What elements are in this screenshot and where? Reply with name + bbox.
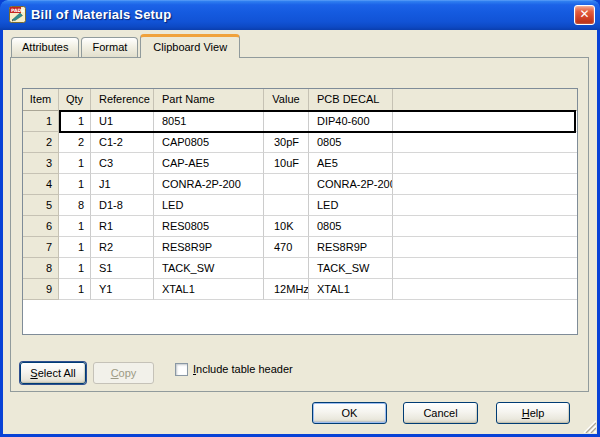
table-cell[interactable] [393,153,577,174]
table-cell[interactable]: 8051 [154,111,264,132]
svg-text:PADS: PADS [11,8,25,13]
table-cell[interactable]: R1 [91,216,154,237]
table-cell[interactable]: 12MHz [264,279,309,300]
table-cell[interactable]: CONRA-2P-200 [154,174,264,195]
row-number-cell[interactable]: 8 [23,258,59,279]
table-cell[interactable]: 470 [264,237,309,258]
table-cell[interactable]: D1-8 [91,195,154,216]
table-cell[interactable] [393,132,577,153]
table-cell[interactable]: 1 [59,216,91,237]
table-cell[interactable]: 1 [59,153,91,174]
close-button[interactable]: ✕ [574,5,595,25]
tab-format[interactable]: Format [81,37,138,57]
copy-button[interactable]: Copy [93,362,154,384]
table-cell[interactable]: DIP40-600 [309,111,393,132]
table-cell[interactable] [264,258,309,279]
select-all-button[interactable]: Select All [20,362,86,384]
table-cell[interactable]: LED [154,195,264,216]
table-cell[interactable]: 1 [59,258,91,279]
help-button[interactable]: Help [496,402,570,424]
table-cell[interactable] [393,258,577,279]
resize-grip[interactable] [582,419,596,433]
table-cell[interactable]: 1 [59,111,91,132]
row-number-cell[interactable]: 9 [23,279,59,300]
table-cell[interactable] [393,279,577,300]
table-cell[interactable]: 10K [264,216,309,237]
include-table-header-option: Include table header [175,363,293,376]
include-table-header-label: Include table header [193,363,293,376]
table-cell[interactable]: CAP0805 [154,132,264,153]
row-number-cell[interactable]: 3 [23,153,59,174]
table-cell[interactable]: CONRA-2P-200 [309,174,393,195]
row-number-cell[interactable]: 7 [23,237,59,258]
tab-clipboard-view[interactable]: Clipboard View [140,34,240,58]
table-cell[interactable]: LED [309,195,393,216]
header-cell: Qty [59,89,91,111]
table-cell[interactable]: J1 [91,174,154,195]
table-cell[interactable]: 2 [59,132,91,153]
table-cell[interactable]: 1 [59,174,91,195]
table-cell[interactable] [393,195,577,216]
tab-strip: AttributesFormatClipboard View [11,37,240,57]
header-cell: Item [23,89,59,111]
header-cell: Part Name [154,89,264,111]
ok-button[interactable]: OK [312,402,387,424]
table-cell[interactable]: U1 [91,111,154,132]
table-cell[interactable]: RES8R9P [154,237,264,258]
table-cell[interactable]: Y1 [91,279,154,300]
row-number-cell[interactable]: 1 [23,111,59,132]
table-cell[interactable]: 1 [59,279,91,300]
header-cell: PCB DECAL [309,89,393,111]
table-cell[interactable] [393,111,577,132]
header-cell: Value [264,89,309,111]
table-cell[interactable]: 30pF [264,132,309,153]
table-cell[interactable] [393,237,577,258]
table-cell[interactable]: C3 [91,153,154,174]
table-cell[interactable]: C1-2 [91,132,154,153]
tab-attributes[interactable]: Attributes [11,37,79,57]
table-cell[interactable]: XTAL1 [309,279,393,300]
table-cell[interactable]: TACK_SW [154,258,264,279]
header-cell: Reference [91,89,154,111]
table-cell[interactable]: 0805 [309,132,393,153]
table-cell[interactable]: RES0805 [154,216,264,237]
table-cell[interactable]: 1 [59,237,91,258]
row-number-cell[interactable]: 2 [23,132,59,153]
table-cell[interactable]: 10uF [264,153,309,174]
row-number-cell[interactable]: 4 [23,174,59,195]
table-cell[interactable] [393,174,577,195]
header-cell [393,89,577,111]
cancel-button[interactable]: Cancel [403,402,478,424]
table-cell[interactable] [393,216,577,237]
table-cell[interactable]: 0805 [309,216,393,237]
table-cell[interactable] [264,174,309,195]
table-cell[interactable]: TACK_SW [309,258,393,279]
table-cell[interactable]: S1 [91,258,154,279]
table-cell[interactable]: R2 [91,237,154,258]
table-cell[interactable]: CAP-AE5 [154,153,264,174]
table-cell[interactable] [264,111,309,132]
table-cell[interactable]: AE5 [309,153,393,174]
include-table-header-checkbox[interactable] [175,363,188,376]
row-number-cell[interactable]: 5 [23,195,59,216]
table-cell[interactable] [264,195,309,216]
window-title: Bill of Materials Setup [31,0,171,29]
pads-app-icon: PADS [9,6,26,23]
table-cell[interactable]: XTAL1 [154,279,264,300]
table-cell[interactable]: RES8R9P [309,237,393,258]
bill-of-materials-dialog: { "window": { "title": "Bill of Material… [0,0,600,437]
title-bar: PADS Bill of Materials Setup ✕ [0,0,600,30]
bom-table[interactable]: ItemQtyReferencePart NameValuePCB DECAL1… [22,88,578,335]
table-cell[interactable]: 8 [59,195,91,216]
row-number-cell[interactable]: 6 [23,216,59,237]
